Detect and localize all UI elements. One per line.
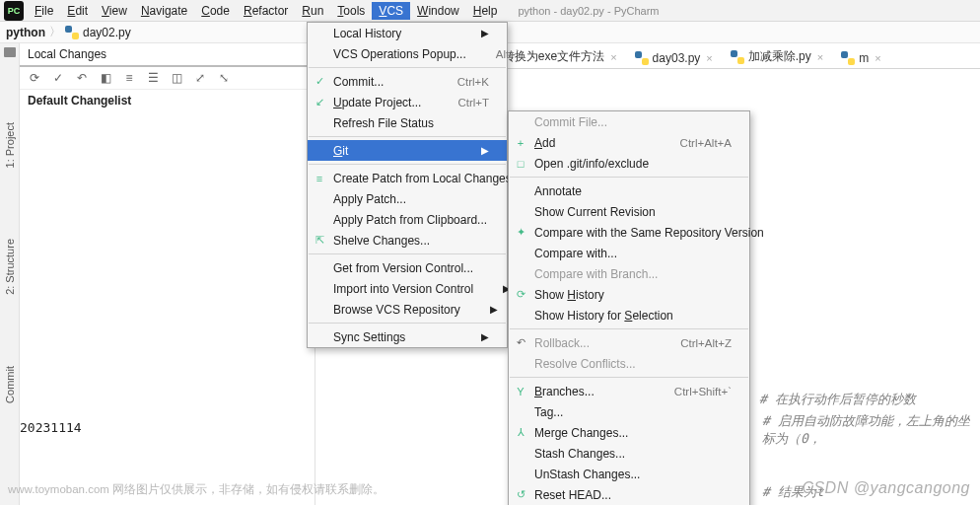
menu-item-label: Show Current Revision — [534, 205, 656, 219]
menu-window[interactable]: Window — [410, 2, 466, 20]
menu-run[interactable]: Run — [295, 2, 330, 20]
refresh-icon[interactable]: ⟳ — [28, 71, 41, 85]
menu-shortcut: Ctrl+Alt+A — [651, 137, 732, 149]
code-comment: # 启用自动防故障功能，左上角的坐标为（0， — [762, 412, 980, 448]
menu-item[interactable]: ⇱Shelve Changes... — [308, 230, 507, 251]
pycharm-logo-icon: PC — [4, 1, 24, 21]
menu-item[interactable]: Compare with... — [509, 243, 749, 263]
menu-refactor[interactable]: Refactor — [237, 2, 295, 20]
close-icon[interactable]: × — [610, 51, 616, 63]
menu-separator — [510, 377, 748, 378]
menu-view[interactable]: View — [95, 2, 134, 20]
submenu-arrow-icon: ▶ — [473, 283, 511, 294]
menu-item: Commit File... — [509, 111, 749, 132]
menu-item-label: Compare with... — [534, 247, 617, 260]
menu-separator — [309, 136, 506, 137]
crumb-file[interactable]: day02.py — [83, 26, 131, 39]
menu-item-label: Resolve Conflicts... — [534, 357, 636, 371]
menu-item-label: Compare with Branch... — [534, 267, 658, 281]
close-icon[interactable]: × — [706, 52, 712, 64]
menu-item-label: Refresh File Status — [333, 116, 434, 130]
menu-item[interactable]: Browse VCS Repository▶ — [308, 299, 507, 320]
menu-item[interactable]: ⟳Show History — [509, 284, 749, 305]
menu-item: Resolve Conflicts... — [509, 353, 749, 374]
menu-code[interactable]: Code — [194, 2, 237, 20]
menu-item[interactable]: Stash Changes... — [509, 443, 749, 464]
menu-item[interactable]: Git▶ — [308, 140, 507, 161]
close-icon[interactable]: × — [875, 52, 880, 64]
menu-item-label: Update Project... — [333, 96, 421, 109]
close-icon[interactable]: × — [817, 51, 823, 63]
expand-icon[interactable]: ⤢ — [193, 71, 207, 85]
vcs-menu: Local History▶VCS Operations Popup...Alt… — [307, 22, 508, 348]
shelf-icon[interactable]: ☰ — [146, 71, 160, 85]
collapse-icon[interactable]: ⤡ — [217, 71, 231, 85]
editor-tab[interactable]: 加减乘除.py× — [723, 43, 831, 68]
menu-edit[interactable]: Edit — [60, 2, 95, 20]
menu-item[interactable]: Sync Settings▶ — [308, 326, 507, 347]
submenu-arrow-icon: ▶ — [452, 331, 489, 342]
project-view-icon[interactable] — [4, 47, 16, 57]
menu-vcs[interactable]: VCS — [372, 2, 410, 20]
menu-item[interactable]: □Open .git/info/exclude — [509, 153, 749, 174]
menu-item[interactable]: ✦Compare with the Same Repository Versio… — [509, 222, 749, 243]
menu-item[interactable]: ↺Reset HEAD... — [509, 484, 749, 505]
menu-item[interactable]: ↙Update Project...Ctrl+T — [308, 92, 507, 112]
editor-tab[interactable]: m× — [833, 46, 888, 68]
menu-item[interactable]: Get from Version Control... — [308, 257, 507, 278]
menu-help[interactable]: Help — [466, 2, 505, 20]
date-label: 20231114 — [20, 420, 82, 435]
chevron-right-icon: 〉 — [49, 24, 61, 40]
menu-item-label: Commit... — [333, 75, 384, 89]
local-changes-panel: Local Changes ⟳ ✓ ↶ ◧ ≡ ☰ ◫ ⤢ ⤡ Default … — [20, 43, 315, 505]
menu-item[interactable]: UnStash Changes... — [509, 464, 749, 484]
menu-item[interactable]: Apply Patch from Clipboard... — [308, 209, 507, 230]
menu-navigate[interactable]: Navigate — [134, 2, 194, 20]
menu-item-label: Show History for Selection — [534, 309, 673, 323]
menu-item-label: UnStash Changes... — [534, 468, 640, 481]
menu-item: ↶Rollback...Ctrl+Alt+Z — [509, 332, 749, 353]
editor-tab[interactable]: day03.py× — [627, 46, 721, 68]
menu-shortcut: Alt+` — [466, 48, 520, 60]
menu-item[interactable]: Import into Version Control▶ — [308, 278, 507, 299]
menu-item[interactable]: ≡Create Patch from Local Changes... — [308, 168, 507, 188]
python-file-icon — [635, 51, 649, 65]
code-comment: # 在执行动作后暂停的秒数 — [759, 391, 916, 408]
diff-icon[interactable]: ◧ — [99, 71, 112, 85]
menu-item[interactable]: ⅄Merge Changes... — [509, 422, 749, 443]
menu-item[interactable]: +AddCtrl+Alt+A — [509, 132, 749, 153]
group-icon[interactable]: ◫ — [170, 71, 183, 85]
menu-item[interactable]: ✓Commit...Ctrl+K — [308, 71, 507, 92]
menu-item[interactable]: Local History▶ — [308, 23, 507, 43]
menu-item-label: Get from Version Control... — [333, 261, 473, 275]
menu-item[interactable]: Show Current Revision — [509, 201, 749, 222]
commit-icon[interactable]: ✓ — [51, 71, 65, 85]
menu-tools[interactable]: Tools — [330, 2, 372, 20]
sidebar-tab-commit[interactable]: Commit — [4, 360, 16, 409]
menu-item[interactable]: Apply Patch... — [308, 188, 507, 209]
menu-file[interactable]: File — [28, 2, 60, 20]
menu-item[interactable]: Refresh File Status — [308, 112, 507, 133]
menu-item[interactable]: Annotate — [509, 180, 749, 201]
menu-item[interactable]: Show History for Selection — [509, 305, 749, 325]
menu-item-label: VCS Operations Popup... — [333, 47, 466, 61]
menu-separator — [309, 253, 506, 254]
menu-item[interactable]: VCS Operations Popup...Alt+` — [308, 43, 507, 64]
local-changes-header[interactable]: Local Changes — [20, 43, 315, 67]
menu-item[interactable]: Tag... — [509, 401, 749, 422]
crumb-root[interactable]: python — [6, 26, 45, 39]
sidebar-tab-project[interactable]: 1: Project — [4, 116, 16, 174]
menu-item-icon: ⅄ — [514, 426, 527, 440]
python-file-icon — [841, 51, 855, 65]
menu-item-icon: ↶ — [514, 336, 527, 350]
default-changelist[interactable]: Default Changelist — [20, 90, 315, 111]
menu-separator — [510, 328, 748, 329]
submenu-arrow-icon: ▶ — [452, 145, 489, 156]
menu-item-label: Git — [333, 144, 348, 158]
menu-item-label: Merge Changes... — [534, 426, 628, 440]
sidebar-tab-structure[interactable]: 2: Structure — [4, 233, 16, 301]
changelist-icon[interactable]: ≡ — [122, 71, 136, 85]
menu-item[interactable]: YBranches...Ctrl+Shift+` — [509, 381, 749, 401]
rollback-icon[interactable]: ↶ — [75, 71, 89, 85]
menu-item-icon: ⟳ — [514, 288, 527, 302]
